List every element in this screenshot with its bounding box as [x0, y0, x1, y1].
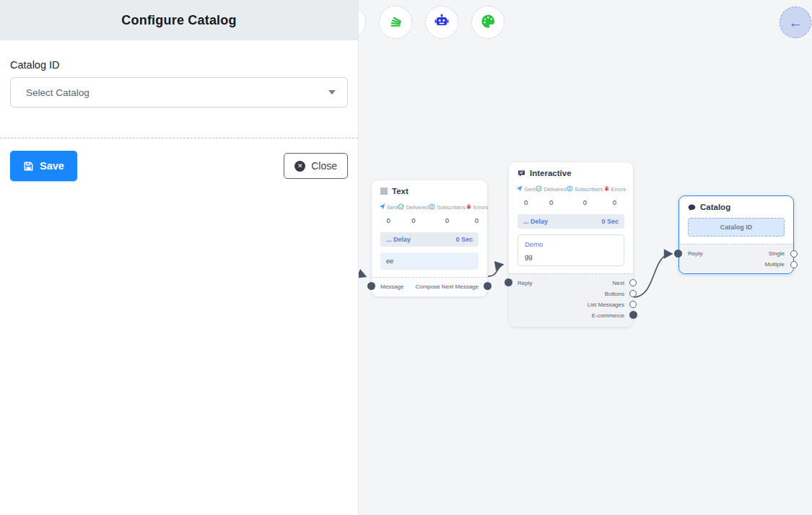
stat-sent: Sent 0: [379, 203, 398, 224]
toolbar-button-bot[interactable]: [425, 6, 458, 39]
arrow-left-icon: ←: [789, 16, 803, 30]
stat-subscribers: Subscribers 0: [429, 203, 466, 224]
panel-actions: Save ✕ Close: [0, 138, 358, 181]
catalog-id-button[interactable]: Catalog ID: [688, 218, 785, 237]
delay-label: ... Delay: [523, 218, 548, 225]
save-icon: [23, 161, 34, 172]
output-port-list-messages: List Messages: [588, 301, 624, 307]
interactive-icon: [518, 170, 525, 177]
node-text-header: Text: [372, 180, 487, 195]
chat-bubble-icon: [688, 203, 696, 211]
node-interactive-footer: Reply Next Buttons List Messages E-comme…: [509, 273, 633, 327]
stat-sent: Sent 0: [516, 185, 536, 206]
panel-header: Configure Catalog: [0, 0, 358, 40]
catalog-select-value: Select Catalog: [26, 87, 90, 98]
output-port-ecommerce: E-commerce: [592, 312, 624, 318]
sent-icon: [379, 203, 385, 211]
delivered-icon: [536, 185, 542, 193]
node-text-stats: Sent 0 Delivered 0 Subscribers 0 Errors …: [372, 195, 487, 224]
node-title: Interactive: [530, 169, 572, 177]
node-interactive-header: Interactive: [509, 162, 633, 177]
node-interactive-stats: Sent 0 Delivered 0 Subscribers 0 Errors …: [509, 177, 633, 206]
node-catalog[interactable]: Catalog Catalog ID Reply Single Multiple: [678, 195, 794, 274]
output-port-label: Compose Next Message: [415, 283, 479, 290]
toolbar-button-theme[interactable]: [471, 6, 505, 39]
chevron-down-icon: [328, 90, 336, 94]
configure-panel: Configure Catalog Catalog ID Select Cata…: [0, 0, 359, 515]
stat-value: 0: [429, 216, 466, 224]
stat-delivered: Delivered 0: [536, 185, 567, 206]
node-catalog-header: Catalog: [679, 196, 793, 211]
node-catalog-footer: Reply Single Multiple: [679, 244, 793, 273]
message-preview[interactable]: ee: [380, 252, 479, 270]
errors-icon: [603, 185, 610, 193]
text-icon: [380, 188, 388, 195]
catalog-select[interactable]: Select Catalog: [10, 77, 348, 107]
collapse-panel-button[interactable]: ←: [780, 6, 811, 38]
input-port-label: Message: [380, 283, 403, 290]
output-handle-compose-next[interactable]: [484, 282, 492, 290]
card-body: gg: [525, 252, 617, 260]
sent-icon: [516, 185, 523, 193]
stat-subscribers: Subscribers 0: [567, 185, 603, 206]
output-handle-multiple[interactable]: [790, 261, 798, 268]
node-text[interactable]: Text Sent 0 Delivered 0 Subscribers 0 Er…: [372, 180, 487, 296]
output-port-multiple: Multiple: [764, 261, 785, 267]
catalog-id-label: Catalog ID: [10, 59, 348, 71]
delay-value: 0 Sec: [601, 218, 619, 225]
stat-errors: Errors 0: [466, 203, 488, 224]
node-text-footer: Message Compose Next Message: [372, 277, 487, 296]
input-port-label: Reply: [518, 280, 532, 286]
node-title: Text: [392, 187, 409, 195]
save-button-label: Save: [40, 160, 64, 172]
output-handle-list-messages[interactable]: [629, 301, 637, 308]
subscribers-icon: [567, 185, 573, 193]
layers-icon: [388, 13, 403, 32]
input-handle-reply[interactable]: [505, 278, 512, 286]
output-port-single: Single: [769, 250, 785, 256]
delay-value: 0 Sec: [455, 236, 473, 243]
node-interactive[interactable]: Interactive Sent 0 Delivered 0 Subscribe…: [509, 162, 633, 327]
toolbar-button-hidden[interactable]: [359, 6, 366, 39]
errors-icon: [466, 203, 472, 211]
close-button[interactable]: ✕ Close: [284, 153, 348, 179]
stat-errors: Errors 0: [603, 185, 626, 206]
card-title: Demo: [525, 240, 617, 248]
robot-icon: [433, 12, 450, 32]
stat-value: 0: [603, 198, 626, 206]
output-handle-single[interactable]: [790, 250, 798, 258]
save-button[interactable]: Save: [10, 151, 77, 181]
close-icon: ✕: [294, 161, 305, 172]
node-title: Catalog: [700, 203, 730, 211]
delay-row[interactable]: ... Delay 0 Sec: [518, 214, 624, 229]
stat-value: 0: [379, 216, 398, 224]
stat-value: 0: [398, 216, 429, 224]
delay-row[interactable]: ... Delay 0 Sec: [380, 232, 479, 247]
close-button-label: Close: [311, 160, 337, 172]
toolbar-button-layers[interactable]: [379, 6, 412, 39]
page-title: Configure Catalog: [121, 13, 236, 28]
palette-icon: [480, 13, 497, 32]
flow-canvas[interactable]: ← Text Sent 0: [359, 0, 812, 515]
delivered-icon: [398, 203, 404, 211]
stat-value: 0: [516, 198, 536, 206]
output-port-buttons: Buttons: [605, 291, 624, 296]
output-handle-next[interactable]: [629, 279, 637, 286]
input-handle-reply[interactable]: [674, 250, 682, 258]
stat-value: 0: [567, 198, 603, 206]
delay-label: ... Delay: [386, 236, 411, 243]
input-port-label: Reply: [688, 250, 702, 257]
stat-delivered: Delivered 0: [398, 203, 429, 224]
output-handle-buttons[interactable]: [629, 290, 637, 297]
input-handle-message[interactable]: [367, 282, 375, 290]
stat-value: 0: [536, 198, 567, 206]
subscribers-icon: [429, 203, 435, 211]
output-port-next: Next: [613, 280, 624, 286]
panel-body: Catalog ID Select Catalog: [0, 40, 358, 107]
app-root: Configure Catalog Catalog ID Select Cata…: [0, 0, 812, 515]
interactive-message-card[interactable]: Demo gg: [518, 234, 624, 266]
output-handle-ecommerce[interactable]: [629, 311, 637, 319]
stat-value: 0: [466, 216, 488, 224]
